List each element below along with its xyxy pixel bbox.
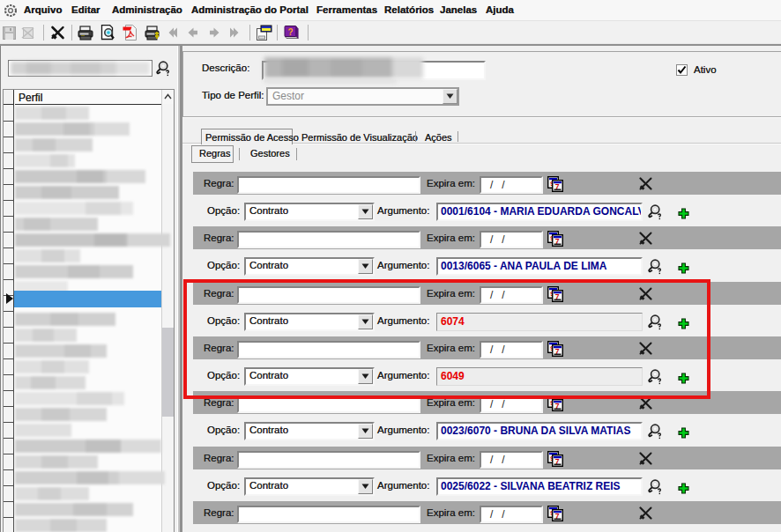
svg-text:?: ? bbox=[288, 27, 294, 37]
